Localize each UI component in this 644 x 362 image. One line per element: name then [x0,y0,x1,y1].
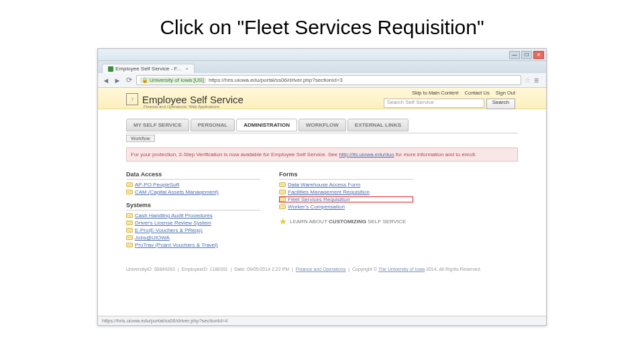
two-step-notice: For your protection, 2-Step Verification… [126,147,518,162]
page-footer: UniversityID: 00849283 | EmployeeID: 118… [126,267,518,272]
folder-icon [126,243,133,247]
folder-icon [279,204,286,209]
tab-title: Employee Self Service - F... [115,66,181,72]
forward-icon[interactable]: ► [113,76,121,84]
subnav-workflow-button[interactable]: Workflow [126,135,155,142]
star-icon: ★ [279,217,287,227]
reload-icon[interactable]: ⟳ [125,76,133,84]
list-item: Data Warehouse Access Form [279,182,413,188]
list-item: Worker's Compensation [279,204,413,210]
status-text: https://hris.uiowa.edu/portal/ss06/drive… [102,318,227,324]
browser-window: — ☐ ✕ Employee Self Service - F... × ◄ ►… [97,48,547,326]
link-data-warehouse-form[interactable]: Data Warehouse Access Form [288,182,360,188]
url-host: University of Iowa [US] [150,77,204,83]
content-columns: Data Access AP-PO PeopleSoft CAM (Capita… [126,171,518,248]
link-jobs-uiowa[interactable]: Jobs@UIOWA [135,235,170,241]
minimize-button[interactable]: — [509,51,520,59]
link-ap-po-peoplesoft[interactable]: AP-PO PeopleSoft [135,182,179,188]
tab-close-icon[interactable]: × [185,66,189,72]
customize-callout[interactable]: ★ LEARN ABOUT CUSTOMIZING SELF SERVICE [279,217,413,227]
notice-prefix: For your protection, 2-Step Verification… [131,152,339,158]
link-epro[interactable]: E-Pro(E-Vouchers & PReqs) [135,227,203,233]
tab-personal[interactable]: PERSONAL [191,119,235,131]
list-item: Driver's License Review System [126,220,260,226]
browser-status-bar: https://hris.uiowa.edu/portal/ss06/drive… [98,316,546,325]
panel-heading: Forms [279,171,413,180]
panel-data-access: Data Access AP-PO PeopleSoft CAM (Capita… [126,171,260,195]
list-item: CAM (Capital Assets Management) [126,189,260,195]
tab-strip: Employee Self Service - F... × [98,61,546,73]
link-facilities-requisition[interactable]: Facilities Management Requisition [288,189,370,195]
panel-systems: Systems Cash Handling Audit Procedures D… [126,202,260,248]
link-protrav[interactable]: ProTrav (Pcard Vouchers & Travel) [135,242,218,248]
brand-title: Employee Self Service [142,94,244,105]
slide-title: Click on "Fleet Services Requisition" [0,16,644,39]
list-item: E-Pro(E-Vouchers & PReqs) [126,227,260,233]
page-content: Skip to Main Content Contact Us Sign Out… [98,88,546,316]
folder-icon [126,221,133,225]
list-item: Cash Handling Audit Procedures [126,213,260,219]
link-fleet-services-requisition[interactable]: Fleet Services Requisition [288,196,350,202]
folder-icon [126,228,133,233]
folder-icon [126,182,133,187]
window-buttons: — ☐ ✕ [509,51,544,59]
close-button[interactable]: ✕ [533,51,544,59]
link-drivers-license[interactable]: Driver's License Review System [135,220,211,226]
list-item: ProTrav (Pcard Vouchers & Travel) [126,242,260,248]
tab-administration[interactable]: ADMINISTRATION [236,119,297,131]
left-column: Data Access AP-PO PeopleSoft CAM (Capita… [126,171,260,248]
folder-icon [126,190,133,194]
list-item: Jobs@UIOWA [126,235,260,241]
brand-tagline: Finance and Operations: Web Applications [144,105,219,109]
notice-link[interactable]: http://its.uiowa.edu/duo [339,152,394,158]
list-item: AP-PO PeopleSoft [126,182,260,188]
list-item-highlighted: Fleet Services Requisition [279,196,413,202]
lock-icon: 🔒 University of Iowa [US] [140,77,206,83]
tab-my-self-service[interactable]: MY SELF SERVICE [126,119,189,131]
search-input[interactable]: Search Self Service [384,99,484,108]
tab-external-links[interactable]: EXTERNAL LINKS [347,119,409,131]
url-text: https://hris.uiowa.edu/portal/ss06/drive… [209,77,343,83]
bookmark-star-icon[interactable]: ☆ [525,76,531,84]
link-cam[interactable]: CAM (Capital Assets Management) [135,189,219,195]
maximize-button[interactable]: ☐ [521,51,532,59]
panel-heading: Data Access [126,171,260,180]
hamburger-icon[interactable]: ≡ [534,76,542,84]
browser-tab[interactable]: Employee Self Service - F... × [102,64,195,73]
customize-bold: CUSTOMIZING [329,219,366,225]
customize-prefix: LEARN ABOUT [290,219,329,225]
footer-university-link[interactable]: The University of Iowa [378,267,425,272]
tab-workflow[interactable]: WORKFLOW [299,119,346,131]
list-item: Facilities Management Requisition [279,189,413,195]
search-button[interactable]: Search [486,99,515,109]
panel-heading: Systems [126,202,260,210]
window-titlebar: — ☐ ✕ [98,49,546,61]
folder-icon [126,213,133,218]
university-logo: 𐤊 [126,93,138,105]
back-icon[interactable]: ◄ [102,76,110,84]
notice-suffix: for more information and to enroll. [394,152,476,158]
link-workers-compensation[interactable]: Worker's Compensation [288,204,345,210]
customize-suffix: SELF SERVICE [366,219,406,225]
right-column: Forms Data Warehouse Access Form Facilit… [279,171,413,248]
folder-icon [279,197,286,202]
footer-dept-link[interactable]: Finance and Operations [296,267,346,272]
search-row: Search Self Service Search [384,99,515,109]
favicon-icon [108,66,113,72]
folder-icon [279,190,286,194]
folder-icon [279,182,286,187]
main-nav-tabs: MY SELF SERVICE PERSONAL ADMINISTRATION … [126,119,518,131]
link-cash-handling[interactable]: Cash Handling Audit Procedures [135,213,213,219]
subnav: Workflow [126,133,518,145]
folder-icon [126,235,133,240]
panel-forms: Forms Data Warehouse Access Form Facilit… [279,171,413,210]
address-bar: ◄ ► ⟳ 🔒 University of Iowa [US] https://… [98,73,546,88]
url-field[interactable]: 🔒 University of Iowa [US] https://hris.u… [136,75,521,85]
